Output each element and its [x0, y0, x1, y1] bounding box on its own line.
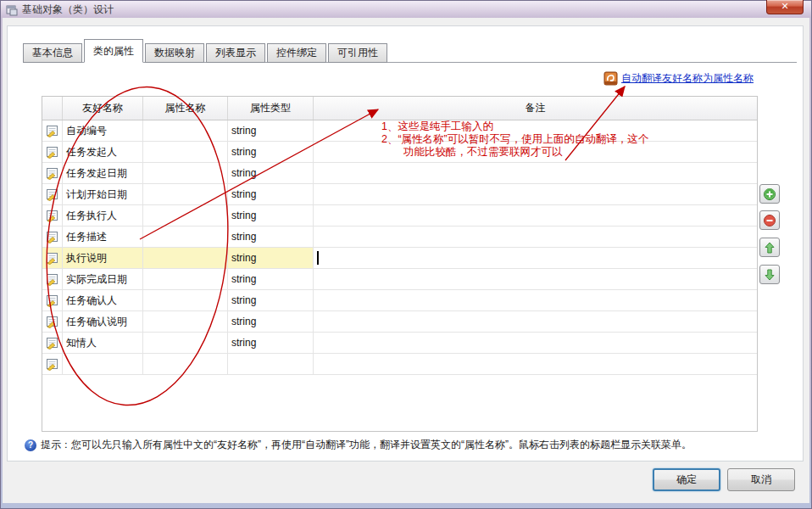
note-cell[interactable] [314, 142, 757, 162]
arrow-down-icon [764, 269, 776, 281]
property-type-cell[interactable]: string [228, 290, 314, 310]
property-name-cell[interactable] [143, 248, 228, 268]
row-edit-cell[interactable] [42, 290, 63, 310]
friendly-name-cell[interactable]: 计划开始日期 [63, 184, 143, 204]
friendly-name-cell[interactable]: 任务确认说明 [63, 311, 143, 332]
friendly-name-cell[interactable] [63, 354, 143, 374]
note-cell[interactable] [314, 290, 757, 310]
table-row[interactable]: 自动编号 string [42, 120, 757, 142]
header-friendly-name[interactable]: 友好名称 [63, 97, 143, 120]
table-row[interactable]: 任务执行人 string [42, 205, 757, 227]
friendly-name-cell[interactable]: 知情人 [63, 333, 143, 353]
property-type-cell[interactable]: string [228, 120, 314, 141]
friendly-name-cell[interactable]: 自动编号 [63, 120, 143, 141]
note-cell[interactable] [314, 248, 757, 268]
property-name-cell[interactable] [143, 120, 228, 141]
property-type-cell[interactable] [228, 354, 314, 374]
property-name-cell[interactable] [143, 142, 228, 162]
move-up-button[interactable] [759, 238, 780, 257]
friendly-name-cell[interactable]: 任务发起日期 [63, 163, 143, 183]
row-edit-cell[interactable] [42, 227, 63, 247]
move-down-button[interactable] [759, 265, 780, 284]
row-edit-cell[interactable] [42, 333, 63, 353]
tab-strip: 基本信息 类的属性 数据映射 列表显示 控件绑定 可引用性 [23, 39, 389, 63]
header-property-name[interactable]: 属性名称 [143, 97, 228, 120]
note-cell[interactable] [314, 333, 757, 353]
header-note[interactable]: 备注 [314, 97, 757, 120]
friendly-name-cell[interactable]: 执行说明 [63, 248, 143, 268]
property-type-cell[interactable]: string [228, 248, 314, 268]
table-row[interactable]: 实际完成日期 string [42, 269, 757, 290]
tab-2[interactable]: 类的属性 [84, 39, 143, 63]
property-name-cell[interactable] [143, 184, 228, 204]
property-name-cell[interactable] [143, 205, 228, 226]
property-type-cell[interactable]: string [228, 333, 314, 353]
property-type-cell[interactable]: string [228, 205, 314, 226]
property-type-cell[interactable]: string [228, 269, 314, 289]
table-header-row[interactable]: 友好名称 属性名称 属性类型 备注 [42, 97, 757, 120]
note-cell[interactable] [314, 227, 757, 247]
friendly-name-cell[interactable]: 任务确认人 [63, 290, 143, 310]
row-edit-cell[interactable] [42, 248, 63, 268]
minus-circle-icon [763, 214, 776, 227]
row-edit-cell[interactable] [42, 163, 63, 183]
row-edit-cell[interactable] [42, 311, 63, 332]
table-row[interactable] [42, 354, 757, 375]
friendly-name-cell[interactable]: 任务描述 [63, 227, 143, 247]
ok-button[interactable]: 确定 [653, 468, 720, 491]
window-icon [6, 4, 18, 15]
property-name-cell[interactable] [143, 311, 228, 332]
hint-text: 提示：您可以先只输入所有属性中文的“友好名称”，再使用“自动翻译”功能，翻译并设… [41, 438, 692, 452]
row-edit-cell[interactable] [42, 120, 63, 141]
row-edit-cell[interactable] [42, 184, 63, 204]
note-cell[interactable] [314, 120, 757, 141]
note-cell[interactable] [314, 184, 757, 204]
table-row[interactable]: 执行说明 string [42, 248, 757, 269]
property-name-cell[interactable] [143, 354, 228, 374]
property-name-cell[interactable] [143, 269, 228, 289]
property-type-cell[interactable]: string [228, 163, 314, 183]
close-button[interactable]: ✕ [766, 0, 804, 14]
table-row[interactable]: 知情人 string [42, 333, 757, 354]
friendly-name-cell[interactable]: 实际完成日期 [63, 269, 143, 289]
friendly-name-cell[interactable]: 任务执行人 [63, 205, 143, 226]
arrow-up-icon [764, 242, 776, 254]
note-cell[interactable] [314, 311, 757, 332]
header-property-type[interactable]: 属性类型 [228, 97, 314, 120]
row-edit-cell[interactable] [42, 269, 63, 289]
friendly-name-cell[interactable]: 任务发起人 [63, 142, 143, 162]
table-row[interactable]: 任务发起人 string [42, 142, 757, 163]
tab-4[interactable]: 列表显示 [206, 43, 265, 63]
property-name-cell[interactable] [143, 163, 228, 183]
header-icon-column[interactable] [42, 97, 63, 120]
property-type-cell[interactable]: string [228, 184, 314, 204]
property-name-cell[interactable] [143, 290, 228, 310]
close-icon: ✕ [781, 1, 788, 11]
table-row[interactable]: 任务确认人 string [42, 290, 757, 311]
remove-row-button[interactable] [759, 210, 780, 230]
note-cell[interactable] [314, 205, 757, 226]
table-row[interactable]: 计划开始日期 string [42, 184, 757, 205]
row-edit-cell[interactable] [42, 205, 63, 226]
note-cell[interactable] [314, 354, 757, 374]
auto-translate-link[interactable]: 自动翻译友好名称为属性名称 [603, 70, 754, 87]
property-type-cell[interactable]: string [228, 311, 314, 332]
note-cell[interactable] [314, 163, 757, 183]
property-name-cell[interactable] [143, 227, 228, 247]
tab-1[interactable]: 基本信息 [23, 43, 82, 63]
property-type-cell[interactable]: string [228, 227, 314, 247]
tab-5[interactable]: 控件绑定 [267, 43, 326, 63]
property-name-cell[interactable] [143, 333, 228, 353]
cancel-button[interactable]: 取消 [727, 468, 795, 491]
table-row[interactable]: 任务发起日期 string [42, 163, 757, 184]
table-row[interactable]: 任务描述 string [42, 227, 757, 248]
note-edit-icon [46, 273, 59, 286]
note-cell[interactable] [314, 269, 757, 289]
tab-3[interactable]: 数据映射 [145, 43, 204, 63]
add-row-button[interactable] [759, 184, 780, 204]
row-edit-cell[interactable] [42, 354, 63, 374]
table-row[interactable]: 任务确认说明 string [42, 311, 757, 333]
property-type-cell[interactable]: string [228, 142, 314, 162]
row-edit-cell[interactable] [42, 142, 63, 162]
tab-6[interactable]: 可引用性 [328, 43, 387, 63]
